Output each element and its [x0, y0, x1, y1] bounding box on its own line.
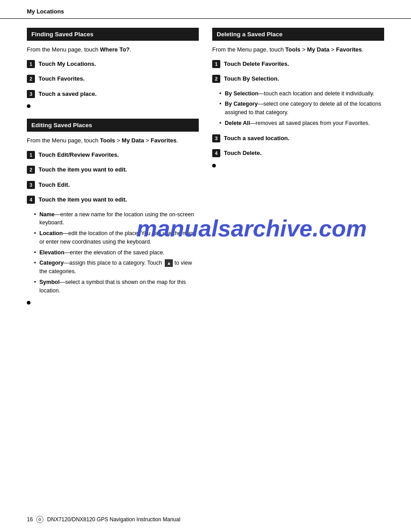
finding-step-1: 1 Touch My Locations. — [27, 60, 199, 69]
editing-intro: From the Menu page, touch Tools > My Dat… — [27, 136, 199, 145]
editing-section-header: Editing Saved Places — [27, 119, 199, 132]
bullet-category: Category—assign this place to a category… — [34, 259, 199, 276]
finding-intro: From the Menu page, touch Where To?. — [27, 45, 199, 54]
deleting-section: Deleting a Saved Place From the Menu pag… — [212, 28, 384, 167]
step-num-1: 1 — [27, 60, 35, 68]
page-header: My Locations — [0, 0, 411, 19]
deleting-step-2: 2 Touch By Selection. — [212, 74, 384, 83]
bullet-location: Location—edit the location of the place.… — [34, 229, 199, 246]
right-column: Deleting a Saved Place From the Menu pag… — [212, 28, 384, 315]
footer-logo-icon: ✿ — [36, 516, 43, 523]
deleting-step-4: 4 Touch Delete. — [212, 149, 384, 158]
editing-step-num-1: 1 — [27, 151, 35, 159]
bullet-symbol: Symbol—select a symbol that is shown on … — [34, 278, 199, 295]
finding-step-1-text: Touch My Locations. — [39, 60, 96, 69]
page-number: 16 — [27, 516, 33, 523]
editing-step-4: 4 Touch the item you want to edit. — [27, 195, 199, 204]
editing-step-1: 1 Touch Edit/Review Favorites. — [27, 150, 199, 159]
deleting-step-4-text: Touch Delete. — [224, 149, 261, 158]
deleting-step-num-1: 1 — [212, 60, 220, 68]
section-divider-dot — [27, 104, 30, 108]
bullet-by-category: By Category—select one category to delet… — [219, 100, 384, 117]
editing-step-2: 2 Touch the item you want to edit. — [27, 165, 199, 174]
editing-step-3-text: Touch Edit. — [39, 180, 70, 189]
editing-step-num-3: 3 — [27, 181, 35, 189]
page-footer: 16 ✿ DNX7120/DNX8120 GPS Navigation Inst… — [27, 516, 384, 523]
editing-step-1-text: Touch Edit/Review Favorites. — [39, 150, 119, 159]
deleting-intro: From the Menu page, touch Tools > My Dat… — [212, 45, 384, 54]
deleting-step-1-text: Touch Delete Favorites. — [224, 60, 289, 69]
editing-bullet-list: Name—enter a new name for the location u… — [34, 210, 199, 295]
editing-step-num-4: 4 — [27, 196, 35, 204]
finding-section-header: Finding Saved Places — [27, 28, 199, 41]
page-content: Finding Saved Places From the Menu page,… — [0, 19, 411, 324]
bullet-name: Name—enter a new name for the location u… — [34, 210, 199, 227]
section-divider-dot-2 — [27, 301, 30, 305]
deleting-step-2-text: Touch By Selection. — [224, 74, 279, 83]
step-num-3: 3 — [27, 90, 35, 98]
bullet-delete-all: Delete All—removes all saved places from… — [219, 119, 384, 128]
finding-step-3: 3 Touch a saved place. — [27, 90, 199, 99]
finding-section: Finding Saved Places From the Menu page,… — [27, 28, 199, 108]
finding-step-2: 2 Touch Favorites. — [27, 74, 199, 83]
finding-step-3-text: Touch a saved place. — [39, 90, 97, 99]
deleting-step-1: 1 Touch Delete Favorites. — [212, 60, 384, 69]
category-icon: ▲ — [165, 259, 173, 267]
footer-device: DNX7120/DNX8120 GPS Navigation Instructi… — [47, 516, 180, 523]
section-divider-dot-3 — [212, 164, 216, 167]
header-title: My Locations — [27, 8, 64, 15]
editing-step-2-text: Touch the item you want to edit. — [39, 165, 127, 174]
deleting-bullet-list: By Selection—touch each location and del… — [219, 90, 384, 128]
editing-step-num-2: 2 — [27, 166, 35, 174]
deleting-step-num-3: 3 — [212, 134, 220, 142]
left-column: Finding Saved Places From the Menu page,… — [27, 28, 199, 315]
deleting-step-3-text: Touch a saved location. — [224, 134, 289, 143]
deleting-step-num-4: 4 — [212, 149, 220, 157]
deleting-section-header: Deleting a Saved Place — [212, 28, 384, 41]
editing-step-3: 3 Touch Edit. — [27, 180, 199, 189]
editing-step-4-text: Touch the item you want to edit. — [39, 195, 127, 204]
editing-section: Editing Saved Places From the Menu page,… — [27, 119, 199, 305]
bullet-elevation: Elevation—enter the elevation of the sav… — [34, 249, 199, 257]
step-num-2: 2 — [27, 75, 35, 83]
deleting-step-3: 3 Touch a saved location. — [212, 134, 384, 143]
finding-step-2-text: Touch Favorites. — [39, 74, 85, 83]
deleting-step-num-2: 2 — [212, 75, 220, 83]
bullet-by-selection: By Selection—touch each location and del… — [219, 90, 384, 98]
